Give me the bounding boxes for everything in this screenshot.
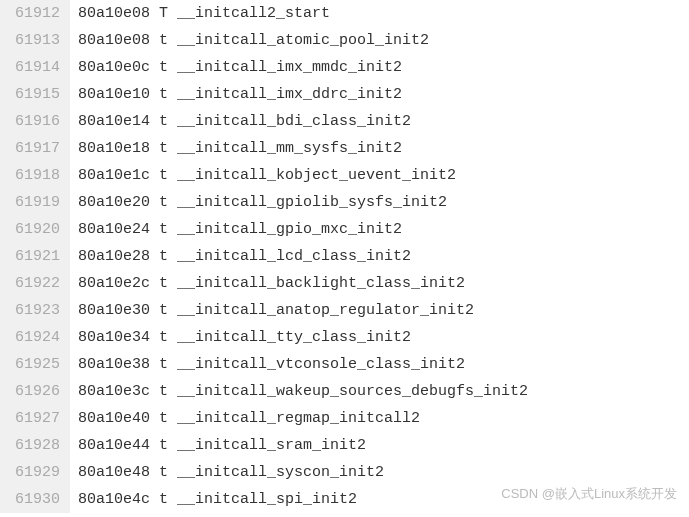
line-content: 80a10e08 T __initcall2_start <box>70 0 689 27</box>
line-content: 80a10e34 t __initcall_tty_class_init2 <box>70 324 689 351</box>
code-line: 6192080a10e24 t __initcall_gpio_mxc_init… <box>0 216 689 243</box>
line-content: 80a10e18 t __initcall_mm_sysfs_init2 <box>70 135 689 162</box>
code-line: 6191980a10e20 t __initcall_gpiolib_sysfs… <box>0 189 689 216</box>
code-line: 6192180a10e28 t __initcall_lcd_class_ini… <box>0 243 689 270</box>
line-number: 61923 <box>0 297 70 324</box>
line-number: 61925 <box>0 351 70 378</box>
line-content: 80a10e38 t __initcall_vtconsole_class_in… <box>70 351 689 378</box>
line-number: 61926 <box>0 378 70 405</box>
line-number: 61929 <box>0 459 70 486</box>
line-content: 80a10e20 t __initcall_gpiolib_sysfs_init… <box>70 189 689 216</box>
line-number: 61912 <box>0 0 70 27</box>
line-content: 80a10e44 t __initcall_sram_init2 <box>70 432 689 459</box>
code-line: 6192480a10e34 t __initcall_tty_class_ini… <box>0 324 689 351</box>
code-line: 6192280a10e2c t __initcall_backlight_cla… <box>0 270 689 297</box>
code-line: 6191880a10e1c t __initcall_kobject_ueven… <box>0 162 689 189</box>
line-number: 61917 <box>0 135 70 162</box>
line-number: 61918 <box>0 162 70 189</box>
line-number: 61921 <box>0 243 70 270</box>
code-line: 6192780a10e40 t __initcall_regmap_initca… <box>0 405 689 432</box>
line-number: 61924 <box>0 324 70 351</box>
line-number: 61919 <box>0 189 70 216</box>
line-content: 80a10e0c t __initcall_imx_mmdc_init2 <box>70 54 689 81</box>
code-line: 6192580a10e38 t __initcall_vtconsole_cla… <box>0 351 689 378</box>
line-content: 80a10e24 t __initcall_gpio_mxc_init2 <box>70 216 689 243</box>
line-content: 80a10e10 t __initcall_imx_ddrc_init2 <box>70 81 689 108</box>
line-number: 61916 <box>0 108 70 135</box>
code-line: 6192980a10e48 t __initcall_syscon_init2 <box>0 459 689 486</box>
code-listing: 6191280a10e08 T __initcall2_start6191380… <box>0 0 689 513</box>
code-line: 6191380a10e08 t __initcall_atomic_pool_i… <box>0 27 689 54</box>
code-line: 6191780a10e18 t __initcall_mm_sysfs_init… <box>0 135 689 162</box>
code-line: 6191480a10e0c t __initcall_imx_mmdc_init… <box>0 54 689 81</box>
line-number: 61922 <box>0 270 70 297</box>
code-line: 6193080a10e4c t __initcall_spi_init2 <box>0 486 689 513</box>
line-content: 80a10e2c t __initcall_backlight_class_in… <box>70 270 689 297</box>
line-content: 80a10e1c t __initcall_kobject_uevent_ini… <box>70 162 689 189</box>
line-number: 61913 <box>0 27 70 54</box>
line-number: 61920 <box>0 216 70 243</box>
line-number: 61930 <box>0 486 70 513</box>
line-number: 61915 <box>0 81 70 108</box>
line-content: 80a10e4c t __initcall_spi_init2 <box>70 486 689 513</box>
code-line: 6192680a10e3c t __initcall_wakeup_source… <box>0 378 689 405</box>
line-content: 80a10e08 t __initcall_atomic_pool_init2 <box>70 27 689 54</box>
line-number: 61914 <box>0 54 70 81</box>
line-number: 61927 <box>0 405 70 432</box>
code-line: 6191280a10e08 T __initcall2_start <box>0 0 689 27</box>
code-line: 6192880a10e44 t __initcall_sram_init2 <box>0 432 689 459</box>
line-number: 61928 <box>0 432 70 459</box>
code-line: 6191580a10e10 t __initcall_imx_ddrc_init… <box>0 81 689 108</box>
line-content: 80a10e40 t __initcall_regmap_initcall2 <box>70 405 689 432</box>
line-content: 80a10e48 t __initcall_syscon_init2 <box>70 459 689 486</box>
line-content: 80a10e30 t __initcall_anatop_regulator_i… <box>70 297 689 324</box>
code-line: 6192380a10e30 t __initcall_anatop_regula… <box>0 297 689 324</box>
line-content: 80a10e28 t __initcall_lcd_class_init2 <box>70 243 689 270</box>
code-line: 6191680a10e14 t __initcall_bdi_class_ini… <box>0 108 689 135</box>
line-content: 80a10e14 t __initcall_bdi_class_init2 <box>70 108 689 135</box>
line-content: 80a10e3c t __initcall_wakeup_sources_deb… <box>70 378 689 405</box>
